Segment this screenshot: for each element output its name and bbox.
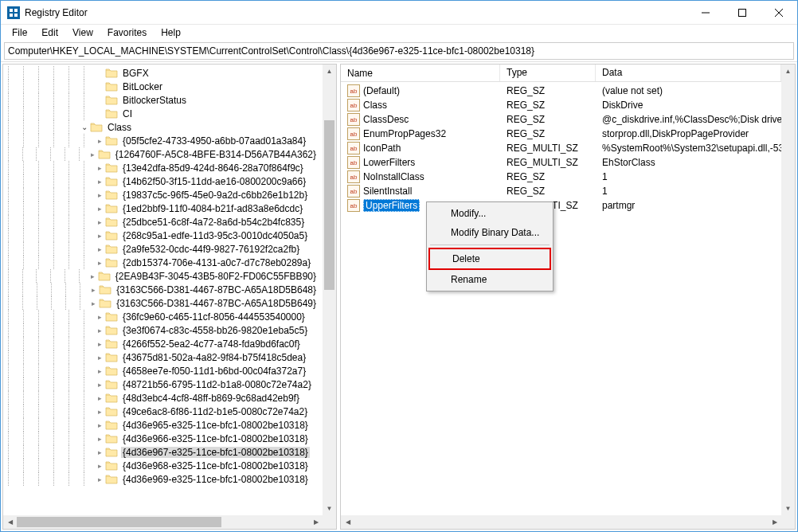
- close-button[interactable]: [761, 1, 797, 25]
- tree-item[interactable]: BitlockerStatus: [3, 93, 323, 107]
- tree-item[interactable]: ▸{4658ee7e-f050-11d1-b6bd-00c04fa372a7}: [3, 364, 323, 377]
- tree-item[interactable]: ▸{3e3f0674-c83c-4558-bb26-9820e1eba5c5}: [3, 323, 323, 337]
- chevron-right-icon[interactable]: ▸: [94, 178, 105, 186]
- chevron-right-icon[interactable]: ▸: [94, 367, 105, 375]
- chevron-right-icon[interactable]: ▸: [94, 245, 105, 253]
- tree-item-class[interactable]: ⌄Class: [3, 120, 323, 134]
- scroll-down-icon[interactable]: ▼: [781, 502, 795, 515]
- menu-favorites[interactable]: Favorites: [101, 25, 153, 40]
- tree-item[interactable]: ▸{1264760F-A5C8-4BFE-B314-D56A7B44A362}: [3, 147, 323, 161]
- value-row[interactable]: abNoInstallClassREG_SZ1: [341, 170, 781, 184]
- chevron-right-icon[interactable]: ▸: [94, 205, 105, 213]
- context-menu-item[interactable]: Modify...: [428, 204, 551, 223]
- tree-item[interactable]: ▸{268c95a1-edfe-11d3-95c3-0010dc4050a5}: [3, 229, 323, 242]
- context-menu-item[interactable]: Delete: [428, 248, 551, 270]
- value-row[interactable]: abClassDescREG_SZ@c_diskdrive.inf,%Class…: [341, 112, 781, 127]
- tree-item[interactable]: ▸{3163C566-D381-4467-87BC-A65A18D5B649}: [3, 296, 323, 310]
- chevron-right-icon[interactable]: ▸: [94, 340, 105, 348]
- value-row[interactable]: abEnumPropPages32REG_SZstorprop.dll,Disk…: [341, 127, 781, 141]
- menu-file[interactable]: File: [6, 25, 33, 40]
- menu-edit[interactable]: Edit: [35, 25, 65, 40]
- values-list[interactable]: ab(Default)REG_SZ(value not set)abClassR…: [341, 82, 781, 213]
- context-menu-item[interactable]: Modify Binary Data...: [428, 223, 551, 242]
- tree-item[interactable]: ▸{4d36e965-e325-11ce-bfc1-08002be10318}: [3, 418, 323, 432]
- tree-item[interactable]: ▸{1ed2bbf9-11f0-4084-b21f-ad83a8e6dcdc}: [3, 201, 323, 215]
- chevron-right-icon[interactable]: ▸: [94, 408, 105, 416]
- header-name[interactable]: Name: [341, 65, 500, 81]
- chevron-right-icon[interactable]: ▸: [88, 151, 98, 158]
- tree-item[interactable]: ▸{43675d81-502a-4a82-9f84-b75f418c5dea}: [3, 350, 323, 364]
- tree-scrollbar-vertical[interactable]: ▲ ▼: [323, 65, 336, 515]
- value-row[interactable]: abClassREG_SZDiskDrive: [341, 98, 781, 112]
- list-header[interactable]: Name Type Data: [341, 65, 781, 82]
- chevron-down-icon[interactable]: ⌄: [79, 123, 90, 131]
- chevron-right-icon[interactable]: ▸: [94, 313, 105, 321]
- chevron-right-icon[interactable]: ▸: [88, 272, 98, 280]
- tree-item[interactable]: CI: [3, 107, 323, 120]
- chevron-right-icon[interactable]: ▸: [94, 381, 105, 389]
- tree-item[interactable]: ▸{13e42dfa-85d9-424d-8646-28a70f864f9c}: [3, 161, 323, 174]
- chevron-right-icon[interactable]: [94, 68, 105, 77]
- chevron-right-icon[interactable]: ▸: [94, 164, 105, 172]
- header-data[interactable]: Data: [596, 65, 781, 81]
- chevron-right-icon[interactable]: ▸: [94, 394, 105, 402]
- tree-scrollbar-horizontal[interactable]: ◀ ▶: [3, 515, 323, 529]
- scroll-left-icon[interactable]: ◀: [3, 515, 17, 529]
- header-type[interactable]: Type: [500, 65, 596, 81]
- chevron-right-icon[interactable]: ▸: [94, 218, 105, 226]
- chevron-right-icon[interactable]: ▸: [94, 354, 105, 362]
- values-scrollbar-horizontal[interactable]: ◀ ▶: [341, 515, 781, 529]
- context-menu-item[interactable]: Rename: [428, 270, 551, 289]
- tree-item[interactable]: ▸{05f5cfe2-4733-4950-a6bb-07aad01a3a84}: [3, 134, 323, 147]
- chevron-right-icon[interactable]: ▸: [94, 462, 105, 470]
- tree-item[interactable]: ▸{3163C566-D381-4467-87BC-A65A18D5B648}: [3, 283, 323, 296]
- scroll-right-icon[interactable]: ▶: [309, 515, 323, 529]
- tree-item[interactable]: ▸{2db15374-706e-4131-a0c7-d7c78eb0289a}: [3, 256, 323, 269]
- maximize-button[interactable]: [724, 1, 761, 25]
- chevron-right-icon[interactable]: [94, 109, 105, 118]
- chevron-right-icon[interactable]: ▸: [94, 137, 105, 145]
- scroll-left-icon[interactable]: ◀: [341, 515, 354, 529]
- values-scrollbar-vertical[interactable]: ▲ ▼: [781, 65, 795, 515]
- tree-item[interactable]: ▸{19837c5c-96f5-45e0-9a2d-c6bb26e1b12b}: [3, 188, 323, 201]
- value-row[interactable]: abLowerFiltersREG_MULTI_SZEhStorClass: [341, 155, 781, 170]
- value-row[interactable]: abIconPathREG_MULTI_SZ%SystemRoot%\Syste…: [341, 141, 781, 155]
- scroll-up-icon[interactable]: ▲: [781, 65, 795, 78]
- tree-item[interactable]: BitLocker: [3, 80, 323, 93]
- tree-item[interactable]: ▸{4d36e966-e325-11ce-bfc1-08002be10318}: [3, 432, 323, 445]
- value-row[interactable]: ab(Default)REG_SZ(value not set): [341, 84, 781, 98]
- chevron-right-icon[interactable]: ▸: [94, 327, 105, 334]
- chevron-right-icon[interactable]: ▸: [94, 435, 105, 443]
- address-bar[interactable]: Computer\HKEY_LOCAL_MACHINE\SYSTEM\Curre…: [4, 42, 794, 60]
- tree-item[interactable]: ▸{25dbce51-6c8f-4a72-8a6d-b54c2b4fc835}: [3, 215, 323, 229]
- registry-tree[interactable]: BGFX BitLocker BitlockerStatus CI⌄Class▸…: [3, 65, 323, 487]
- tree-item[interactable]: ▸{49ce6ac8-6f86-11d2-b1e5-0080c72e74a2}: [3, 405, 323, 418]
- chevron-right-icon[interactable]: ▸: [94, 191, 105, 199]
- chevron-right-icon[interactable]: ▸: [94, 475, 105, 483]
- context-menu[interactable]: Modify...Modify Binary Data...DeleteRena…: [426, 201, 554, 291]
- chevron-right-icon[interactable]: [94, 96, 105, 104]
- minimize-button[interactable]: [687, 1, 724, 25]
- chevron-right-icon[interactable]: ▸: [94, 421, 105, 429]
- chevron-right-icon[interactable]: ▸: [88, 286, 99, 294]
- scroll-right-icon[interactable]: ▶: [768, 515, 781, 529]
- scroll-down-icon[interactable]: ▼: [323, 502, 336, 515]
- chevron-right-icon[interactable]: ▸: [94, 259, 105, 267]
- tree-item[interactable]: ▸{4266f552-5ea2-4c77-a748-fda9bd6fac0f}: [3, 337, 323, 350]
- chevron-right-icon[interactable]: ▸: [88, 299, 99, 307]
- tree-item[interactable]: ▸{4d36e967-e325-11ce-bfc1-08002be10318}: [3, 445, 323, 459]
- tree-item[interactable]: BGFX: [3, 66, 323, 80]
- tree-item[interactable]: ▸{2a9fe532-0cdc-44f9-9827-76192f2ca2fb}: [3, 242, 323, 256]
- chevron-right-icon[interactable]: ▸: [94, 448, 105, 456]
- chevron-right-icon[interactable]: [94, 82, 105, 91]
- tree-item[interactable]: ▸{36fc9e60-c465-11cf-8056-444553540000}: [3, 310, 323, 323]
- menu-help[interactable]: Help: [155, 25, 187, 40]
- tree-item[interactable]: ▸{48721b56-6795-11d2-b1a8-0080c72e74a2}: [3, 377, 323, 391]
- chevron-right-icon[interactable]: ▸: [94, 232, 105, 240]
- tree-item[interactable]: ▸{4d36e968-e325-11ce-bfc1-08002be10318}: [3, 459, 323, 472]
- scroll-up-icon[interactable]: ▲: [323, 65, 336, 78]
- tree-item[interactable]: ▸{4d36e969-e325-11ce-bfc1-08002be10318}: [3, 472, 323, 486]
- tree-item[interactable]: ▸{14b62f50-3f15-11dd-ae16-0800200c9a66}: [3, 174, 323, 188]
- value-row[interactable]: abUpperFiltersREG_MULTI_SZpartmgr: [341, 198, 781, 213]
- value-row[interactable]: abSilentInstallREG_SZ1: [341, 184, 781, 198]
